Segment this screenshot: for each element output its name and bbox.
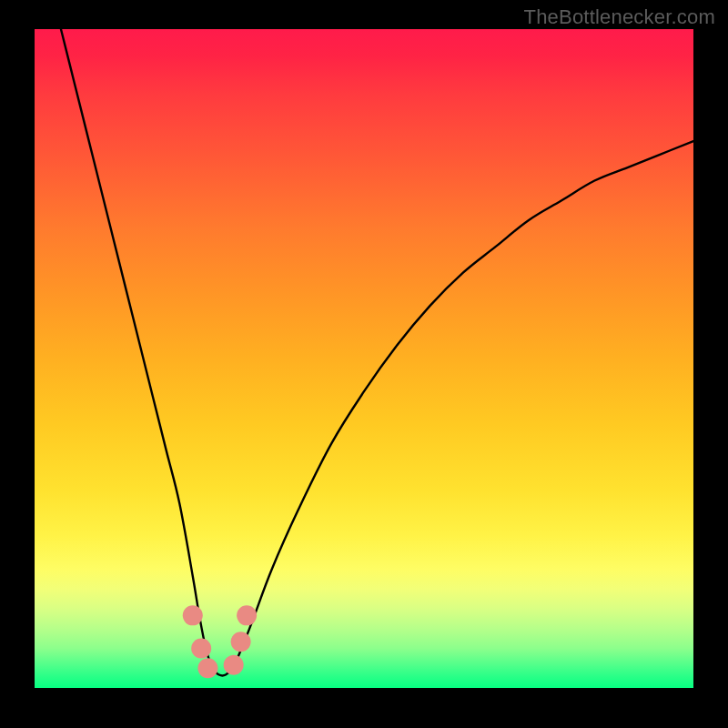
curve-marker bbox=[183, 605, 203, 625]
curve-marker bbox=[197, 658, 217, 678]
watermark-text: TheBottlenecker.com bbox=[524, 5, 715, 29]
chart-frame: TheBottlenecker.com bbox=[0, 0, 728, 728]
curve-marker bbox=[191, 639, 211, 659]
chart-svg bbox=[35, 29, 693, 688]
bottleneck-curve bbox=[61, 29, 693, 675]
curve-marker bbox=[237, 605, 257, 625]
chart-plot-area bbox=[35, 29, 693, 688]
curve-markers bbox=[183, 605, 257, 678]
curve-marker bbox=[231, 632, 251, 652]
curve-marker bbox=[224, 655, 244, 675]
